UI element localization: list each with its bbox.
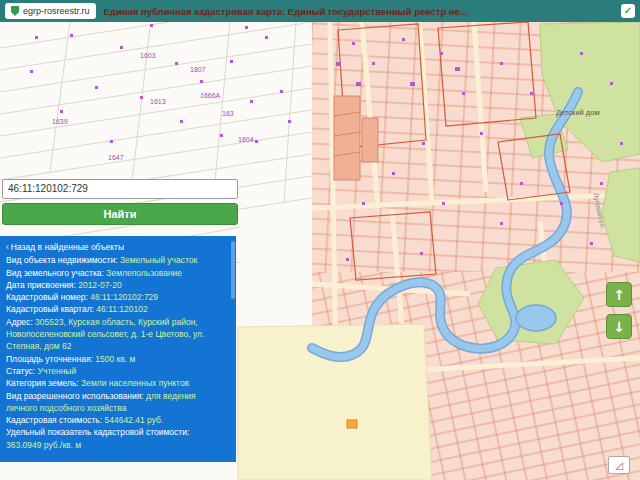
info-row: Кадастровый номер: 46:11:120102:729 — [6, 291, 226, 303]
back-to-results-link[interactable]: ‹Назад в найденные объекты — [6, 241, 226, 253]
info-row: Категория земель: Земли населенных пункт… — [6, 377, 226, 389]
parcel-number-label: 1639 — [52, 118, 68, 125]
info-row: Дата присвоения: 2012-07-20 — [6, 279, 226, 291]
zoom-in-button[interactable]: ↑ — [606, 282, 632, 307]
extension-check-icon[interactable]: ✓ — [621, 4, 635, 18]
parcel-number-label: 1807 — [190, 66, 206, 73]
info-row: Кадастровая стоимость: 544642.41 руб. — [6, 414, 226, 426]
address-bar[interactable]: egrp-rosreestr.ru — [5, 3, 96, 19]
info-row: Вид земельного участка: Землепользование — [6, 267, 226, 279]
arrow-down-icon: ↓ — [613, 319, 625, 335]
cadastral-number-input[interactable] — [2, 179, 238, 199]
info-row: Вид разрешенного использования: для веде… — [6, 390, 226, 415]
parcel-number-label: 163 — [222, 110, 234, 117]
parcel-number-label: 1604 — [238, 136, 254, 143]
back-arrow-icon: ‹ — [6, 242, 9, 252]
page-title: Единая публичная кадастровая карта: Един… — [104, 6, 613, 17]
zoom-out-button[interactable]: ↓ — [606, 314, 632, 339]
address-url: egrp-rosreestr.ru — [23, 6, 90, 16]
parcel-number-label: 1613 — [150, 98, 166, 105]
info-row: Статус: Учтенный — [6, 365, 226, 377]
measure-tool-button[interactable]: ◿ — [608, 456, 630, 474]
selected-parcel-highlight[interactable] — [347, 420, 357, 428]
info-row: Вид объекта недвижимости: Земельный учас… — [6, 254, 226, 266]
info-row: Адрес: 305523, Курская область, Курский … — [6, 316, 226, 353]
search-button[interactable]: Найти — [2, 203, 238, 225]
parcel-info-panel: ‹Назад в найденные объекты Вид объекта н… — [0, 236, 236, 462]
parcel-number-label: 1666А — [200, 92, 220, 99]
parcel-number-label: 1603 — [140, 52, 156, 59]
site-shield-icon — [11, 6, 19, 16]
measure-icon: ◿ — [615, 460, 623, 471]
panel-scrollbar[interactable] — [231, 241, 235, 299]
meadow-zone — [238, 324, 432, 480]
search-panel: Найти — [2, 178, 238, 225]
zoom-controls: ↑ ↓ — [606, 282, 632, 339]
browser-bar: egrp-rosreestr.ru Единая публичная кадас… — [0, 0, 640, 22]
info-row: Удельный показатель кадастровой стоимост… — [6, 426, 226, 451]
place-label: Детский дом — [556, 108, 600, 117]
parcel-number-label: 1647 — [108, 154, 124, 161]
info-row: Кадастровый квартал: 46:11:120102 — [6, 303, 226, 315]
arrow-up-icon: ↑ — [613, 287, 625, 303]
info-row: Площадь уточненная: 1500 кв. м — [6, 353, 226, 365]
back-label: Назад в найденные объекты — [11, 242, 124, 252]
